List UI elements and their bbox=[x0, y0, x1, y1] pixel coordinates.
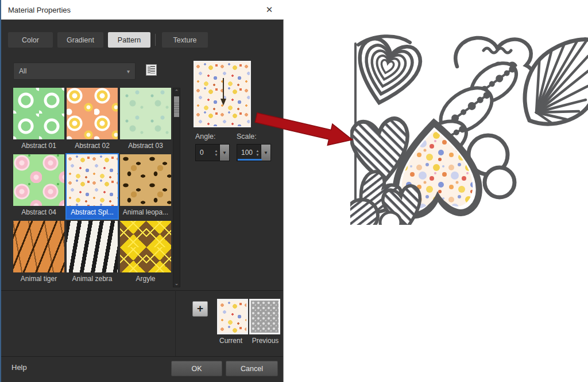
tab-texture-label: Texture bbox=[173, 36, 197, 44]
ok-button[interactable]: OK bbox=[171, 361, 222, 376]
pattern-label: Animal zebra bbox=[67, 272, 118, 285]
view-options-icon[interactable] bbox=[146, 64, 157, 76]
pattern-label: Animal leopa... bbox=[120, 206, 171, 219]
tab-separator bbox=[155, 34, 156, 46]
pattern-item-selected[interactable]: Abstract Spl... bbox=[67, 154, 118, 219]
pattern-thumbnail[interactable] bbox=[120, 88, 171, 139]
cancel-button-label: Cancel bbox=[241, 365, 263, 373]
pattern-thumbnail[interactable] bbox=[67, 88, 118, 139]
dialog-body: Color Gradient Pattern Texture All ▾ bbox=[1, 20, 284, 382]
pattern-item[interactable]: Argyle bbox=[120, 221, 171, 285]
pattern-list: Abstract 01 Abstract 02 Abstract 03 Abst… bbox=[13, 88, 173, 285]
angle-label: Angle: bbox=[195, 132, 215, 141]
spin-up-icon[interactable]: ▲ bbox=[213, 149, 219, 153]
pattern-list-scrollbar[interactable]: ⌃ ⌄ bbox=[173, 88, 180, 287]
pattern-thumbnail[interactable] bbox=[13, 88, 64, 139]
tab-color[interactable]: Color bbox=[8, 32, 53, 48]
previous-material-swatch[interactable] bbox=[249, 299, 280, 334]
chevron-down-icon: ▼ bbox=[222, 150, 227, 155]
pattern-label: Abstract 02 bbox=[67, 139, 118, 152]
spin-down-icon[interactable]: ▼ bbox=[213, 153, 219, 157]
pattern-label: Animal tiger bbox=[13, 272, 64, 285]
scrollbar-thumb[interactable] bbox=[174, 96, 179, 117]
angle-dropdown-button[interactable]: ▼ bbox=[219, 145, 229, 161]
footer-divider bbox=[1, 356, 283, 357]
screenshot-stage: Material Properties ✕ Color Gradient Pat… bbox=[0, 0, 588, 382]
pattern-item[interactable]: Abstract 01 bbox=[13, 88, 64, 152]
dialog-titlebar[interactable]: Material Properties ✕ bbox=[1, 0, 284, 20]
pattern-preview[interactable] bbox=[194, 61, 251, 127]
focus-underline bbox=[238, 159, 262, 161]
scroll-up-icon[interactable]: ⌃ bbox=[173, 89, 180, 95]
pattern-item[interactable]: Animal tiger bbox=[13, 221, 64, 285]
pattern-thumbnail[interactable] bbox=[13, 221, 64, 272]
pattern-item[interactable]: Animal leopa... bbox=[120, 154, 171, 219]
help-link[interactable]: Help bbox=[11, 363, 27, 372]
angle-field[interactable]: 0 ▲ ▼ ▼ bbox=[195, 144, 230, 161]
tab-gradient[interactable]: Gradient bbox=[57, 32, 103, 48]
pattern-label: Abstract 03 bbox=[120, 139, 171, 152]
tab-pattern-label: Pattern bbox=[118, 36, 141, 44]
pattern-thumbnail[interactable] bbox=[120, 221, 171, 272]
pattern-label: Abstract 04 bbox=[13, 206, 64, 219]
tab-color-label: Color bbox=[22, 36, 39, 44]
doodle-artwork bbox=[350, 33, 588, 225]
pattern-label: Abstract 01 bbox=[13, 139, 64, 152]
tab-texture[interactable]: Texture bbox=[162, 32, 208, 48]
previous-swatch-label: Previous bbox=[245, 337, 286, 345]
cancel-button[interactable]: Cancel bbox=[226, 361, 278, 376]
pattern-label: Argyle bbox=[120, 272, 171, 285]
angle-spinner[interactable]: ▲ ▼ bbox=[213, 145, 219, 161]
dialog-title: Material Properties bbox=[8, 6, 262, 14]
ok-button-label: OK bbox=[191, 365, 202, 373]
tab-pattern[interactable]: Pattern bbox=[108, 32, 150, 48]
material-properties-dialog: Material Properties ✕ Color Gradient Pat… bbox=[0, 0, 284, 382]
angle-indicator-icon bbox=[220, 77, 227, 107]
pattern-item[interactable]: Abstract 02 bbox=[67, 88, 118, 152]
pattern-label: Abstract Spl... bbox=[67, 206, 118, 219]
chevron-down-icon: ▾ bbox=[127, 68, 130, 75]
category-dropdown-value: All bbox=[19, 67, 26, 75]
pattern-thumbnail[interactable] bbox=[120, 154, 171, 206]
current-material-swatch[interactable] bbox=[217, 299, 248, 334]
pattern-thumbnail[interactable] bbox=[67, 154, 118, 206]
angle-value[interactable]: 0 bbox=[196, 145, 213, 161]
close-icon[interactable]: ✕ bbox=[262, 2, 277, 17]
pattern-item[interactable]: Abstract 04 bbox=[13, 154, 64, 219]
tab-gradient-label: Gradient bbox=[67, 36, 94, 44]
pattern-item[interactable]: Animal zebra bbox=[67, 221, 118, 285]
red-arrow-annotation bbox=[247, 105, 362, 154]
pattern-thumbnail[interactable] bbox=[67, 221, 118, 272]
pattern-item[interactable]: Abstract 03 bbox=[120, 88, 171, 152]
section-divider-vertical bbox=[175, 290, 176, 356]
scroll-down-icon[interactable]: ⌄ bbox=[173, 280, 180, 286]
section-divider bbox=[1, 290, 283, 291]
add-swatch-button[interactable]: + bbox=[192, 301, 208, 317]
category-dropdown[interactable]: All ▾ bbox=[13, 63, 136, 80]
pattern-thumbnail[interactable] bbox=[13, 154, 64, 206]
